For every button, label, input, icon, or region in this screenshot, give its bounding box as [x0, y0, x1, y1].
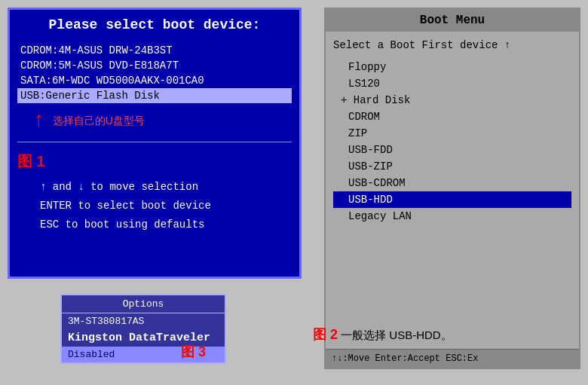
up-arrow-icon: ↑ — [32, 109, 45, 133]
menu-item-usbcdrom[interactable]: USB-CDROM — [333, 175, 571, 191]
instr-line3: ESC to boot using defaults — [40, 215, 292, 234]
boot-menu-title: Boot Menu — [326, 9, 579, 32]
option-item-st[interactable]: 3M-ST380817AS — [62, 313, 225, 329]
fig3-label: 图 3 — [181, 343, 206, 361]
instr-line1: ↑ and ↓ to move selection — [40, 178, 292, 197]
boot-item-cdrom1[interactable]: CDROM:4M-ASUS DRW-24B3ST — [17, 43, 292, 58]
menu-item-harddisk[interactable]: + Hard Disk — [333, 92, 571, 108]
boot-device-panel: Please select boot device: CDROM:4M-ASUS… — [8, 8, 302, 279]
fig2-area: 图 2 一般选择 USB-HDD。 — [313, 325, 580, 344]
boot-menu-subtitle: Select a Boot First device ↑ — [326, 32, 579, 56]
menu-item-ls120[interactable]: LS120 — [333, 75, 571, 92]
figure-instruction-area: 图 1 ↑ and ↓ to move selection ENTER to s… — [17, 151, 292, 235]
boot-menu-list: Floppy LS120 + Hard Disk CDROM ZIP USB-F… — [326, 56, 579, 228]
fig2-label: 图 2 — [313, 327, 338, 342]
menu-item-legacylan[interactable]: Legacy LAN — [333, 208, 571, 225]
instr-line2: ENTER to select boot device — [40, 197, 292, 215]
menu-item-cdrom[interactable]: CDROM — [333, 108, 571, 125]
boot-menu-footer: ↑↓:Move Enter:Accept ESC:Ex — [326, 349, 579, 368]
boot-item-sata[interactable]: SATA:6M-WDC WD5000AAKX-001CA0 — [17, 73, 292, 88]
boot-title: Please select boot device: — [17, 17, 292, 32]
menu-item-usbfdd[interactable]: USB-FDD — [333, 142, 571, 158]
divider — [17, 142, 292, 142]
fig2-text: 一般选择 USB-HDD。 — [341, 328, 452, 341]
menu-item-zip[interactable]: ZIP — [333, 125, 571, 142]
menu-item-usbzip[interactable]: USB-ZIP — [333, 158, 571, 175]
boot-item-usb[interactable]: USB:Generic Flash Disk — [17, 88, 292, 103]
fig1-label: 图 1 — [17, 153, 45, 170]
instructions-block: ↑ and ↓ to move selection ENTER to selec… — [17, 178, 292, 235]
menu-item-floppy[interactable]: Floppy — [333, 59, 571, 75]
menu-item-usbhdd[interactable]: USB-HDD — [333, 191, 571, 208]
options-title: Options — [62, 295, 225, 313]
boot-item-cdrom2[interactable]: CDROM:5M-ASUS DVD-E818A7T — [17, 58, 292, 73]
chinese-hint-label: 选择自己的U盘型号 — [53, 115, 145, 128]
boot-menu-panel: Boot Menu Select a Boot First device ↑ F… — [324, 8, 580, 369]
arrow-hint: ↑ 选择自己的U盘型号 — [17, 103, 292, 133]
